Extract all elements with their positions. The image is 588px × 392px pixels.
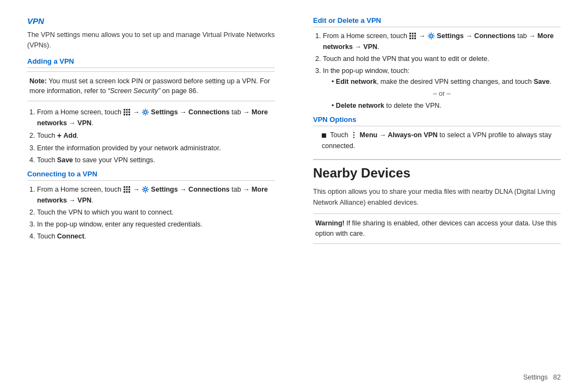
nearby-devices-section: Nearby Devices This option allows you to… <box>313 159 561 244</box>
svg-rect-27 <box>412 38 414 39</box>
footer-label: Settings <box>523 373 548 381</box>
svg-rect-20 <box>409 33 411 34</box>
warning-box: Warning! If file sharing is enabled, oth… <box>313 213 561 244</box>
svg-rect-8 <box>128 114 130 115</box>
note-box: Note: You must set a screen lock PIN or … <box>27 71 275 102</box>
adding-step-1: From a Home screen, touch → <box>37 107 275 128</box>
svg-rect-5 <box>128 111 130 113</box>
left-column: VPN The VPN settings menu allows you to … <box>27 16 286 368</box>
svg-rect-1 <box>126 109 128 111</box>
menu-icon <box>350 131 358 139</box>
edit-network-label: Edit network <box>336 78 377 85</box>
grid-icon-2 <box>123 186 131 193</box>
grid-icon <box>123 108 131 116</box>
plus-icon: + <box>57 130 62 142</box>
svg-point-29 <box>430 34 432 37</box>
adding-steps-list: From a Home screen, touch → <box>37 107 275 166</box>
svg-point-30 <box>353 132 354 133</box>
svg-rect-16 <box>124 191 125 193</box>
connecting-step-2: Touch the VPN to which you want to conne… <box>37 207 275 218</box>
svg-rect-4 <box>126 111 128 113</box>
or-divider: – or – <box>323 88 561 99</box>
gear-icon-2 <box>142 186 149 193</box>
adding-step-2: Touch + Add. <box>37 130 275 142</box>
svg-rect-17 <box>126 191 128 193</box>
svg-point-9 <box>144 111 146 113</box>
connecting-step-1: From a Home screen, touch → <box>37 184 275 206</box>
svg-point-31 <box>353 134 354 136</box>
connecting-step-4: Touch Connect. <box>37 231 275 242</box>
gear-icon-3 <box>427 32 435 40</box>
gear-icon <box>142 108 149 116</box>
svg-rect-3 <box>124 111 125 113</box>
grid-icon-3 <box>409 32 416 40</box>
vpn-title: VPN <box>27 16 275 26</box>
svg-rect-15 <box>128 189 130 191</box>
edit-delete-title: Edit or Delete a VPN <box>313 16 561 27</box>
svg-rect-25 <box>414 35 416 36</box>
nearby-title: Nearby Devices <box>313 166 561 181</box>
adding-step1-settings: Settings → Connections <box>151 108 229 116</box>
edit-step-1: From a Home screen, touch → <box>323 30 561 52</box>
save-label: Save <box>57 156 73 164</box>
edit-step-3: In the pop-up window, touch: • Edit netw… <box>323 65 561 111</box>
svg-rect-18 <box>128 191 130 193</box>
svg-point-19 <box>144 188 146 191</box>
edit-bullet-1-end: . <box>549 78 551 85</box>
adding-step-3: Enter the information provided by your n… <box>37 143 275 154</box>
footer: Settings 82 <box>27 368 561 381</box>
vpn-options-title: VPN Options <box>313 115 561 126</box>
svg-rect-23 <box>409 35 411 36</box>
svg-point-32 <box>353 137 354 138</box>
vpn-intro-text: The VPN settings menu allows you to set … <box>27 31 275 49</box>
svg-rect-10 <box>124 186 125 188</box>
edit-step-2: Touch and hold the VPN that you want to … <box>323 53 561 64</box>
svg-rect-14 <box>126 189 128 191</box>
svg-rect-26 <box>409 38 411 39</box>
delete-network-label: Delete network <box>336 102 384 109</box>
adding-step-4: Touch Save to save your VPN settings. <box>37 155 275 166</box>
svg-rect-7 <box>126 114 128 115</box>
svg-rect-2 <box>128 109 130 111</box>
warning-text: If file sharing is enabled, other device… <box>315 219 557 237</box>
vpn-options-bullet: Touch Menu → Always-on VPN to select a V… <box>322 130 561 151</box>
note-label: Note: <box>29 77 47 85</box>
connecting-vpn-title: Connecting to a VPN <box>27 170 275 181</box>
warning-bold: Warning! <box>315 219 345 227</box>
connecting-step-3: In the pop-up window, enter any requeste… <box>37 219 275 230</box>
nearby-intro: This option allows you to share your med… <box>313 186 561 208</box>
svg-rect-21 <box>412 33 414 34</box>
page: VPN The VPN settings menu allows you to … <box>0 0 588 392</box>
delete-bullet-text: to delete the VPN. <box>386 102 441 109</box>
edit-bullet-1-text: , make the desired VPN setting changes, … <box>377 78 534 85</box>
svg-rect-6 <box>124 114 125 115</box>
svg-rect-0 <box>124 109 125 111</box>
add-label: Add <box>64 132 77 139</box>
svg-rect-12 <box>128 186 130 188</box>
footer-page-number: 82 <box>553 373 561 381</box>
note-italic: “Screen Security” <box>108 87 161 95</box>
vpn-options-bold: Menu → Always-on VPN <box>360 131 438 139</box>
vpn-intro: The VPN settings menu allows you to set … <box>27 30 275 51</box>
note-page: on page 86. <box>162 87 198 95</box>
svg-rect-24 <box>412 35 414 36</box>
adding-vpn-title: Adding a VPN <box>27 57 275 68</box>
svg-rect-22 <box>414 33 416 34</box>
connecting-steps-list: From a Home screen, touch → <box>37 184 275 242</box>
square-bullet-icon <box>322 133 326 138</box>
delete-bullet: • Delete network to delete the VPN. <box>332 100 561 111</box>
right-column: Edit or Delete a VPN From a Home screen,… <box>308 16 561 368</box>
connecting-step1-settings: Settings → Connections <box>151 186 229 193</box>
svg-rect-11 <box>126 186 128 188</box>
save-label-2: Save <box>534 78 549 85</box>
svg-rect-13 <box>124 189 125 191</box>
note-text: You must set a screen lock PIN or passwo… <box>29 77 270 95</box>
connect-label: Connect <box>57 232 84 240</box>
two-column-layout: VPN The VPN settings menu allows you to … <box>27 16 561 368</box>
svg-rect-28 <box>414 38 416 39</box>
edit-bullet-1: • Edit network, make the desired VPN set… <box>332 76 561 87</box>
edit-delete-steps-list: From a Home screen, touch → <box>323 30 561 111</box>
edit-step1-settings: Settings → Connections <box>437 32 515 40</box>
